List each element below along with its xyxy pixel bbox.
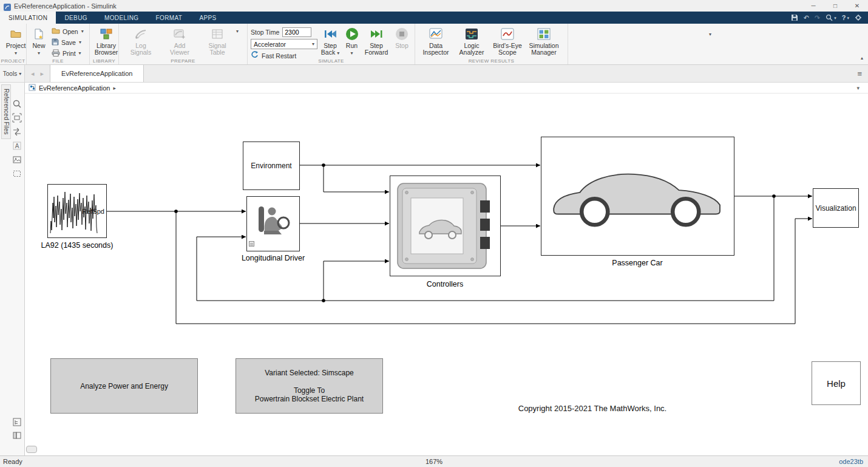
copyright-text: Copyright 2015-2021 The MathWorks, Inc. — [450, 404, 735, 413]
image-icon[interactable] — [12, 154, 22, 165]
signal-table-label: Signal Table — [204, 43, 231, 56]
annotation-icon[interactable]: A — [12, 140, 22, 151]
compare-icon[interactable] — [12, 126, 22, 137]
referenced-files-tab[interactable]: Referenced Files — [1, 84, 11, 139]
add-viewer-icon — [174, 27, 186, 41]
hide-show-explorer-icon[interactable] — [12, 430, 22, 441]
save-floppy-icon — [52, 38, 59, 47]
simulation-manager-button[interactable]: Simulation Manager — [526, 26, 561, 56]
car-image — [547, 153, 729, 239]
print-button[interactable]: Print ▾ — [50, 48, 85, 58]
open-button[interactable]: Open ▾ — [50, 26, 85, 36]
variant-toggle-button[interactable]: Variant Selected: Simscape Toggle To Pow… — [236, 358, 383, 414]
stop-button[interactable]: Stop — [392, 26, 412, 50]
controllers-block[interactable] — [390, 176, 501, 276]
hide-explorer-bar-button[interactable] — [26, 446, 37, 453]
save-caret-icon: ▾ — [79, 39, 81, 45]
environment-label: Environment — [251, 162, 291, 170]
open-caret-icon: ▾ — [81, 29, 84, 34]
breadcrumb-dropdown-icon[interactable]: ▾ — [856, 85, 864, 91]
stop-icon — [395, 27, 409, 41]
add-viewer-button[interactable]: Add Viewer — [161, 26, 198, 56]
collapse-toolstrip-button[interactable]: ▴ — [861, 55, 863, 61]
open-folder-icon — [52, 27, 60, 35]
run-button[interactable]: Run ▾ — [343, 26, 361, 57]
library-browser-icon — [100, 27, 112, 41]
mode-caret-icon: ▾ — [312, 41, 314, 47]
visualization-label: Visualization — [815, 204, 856, 213]
tab-debug[interactable]: DEBUG — [56, 12, 96, 24]
close-button[interactable]: ✕ — [846, 0, 868, 12]
section-file: New ▾ Open ▾ Save ▾ Print ▾ — [27, 24, 90, 64]
block-badge-icon — [249, 238, 254, 249]
logic-analyzer-label: Logic Analyzer — [456, 43, 487, 56]
area-box-icon[interactable] — [12, 168, 22, 179]
document-tab[interactable]: EvReferenceApplication — [50, 65, 144, 82]
log-signals-button[interactable]: Log Signals — [122, 26, 160, 56]
stop-time-input[interactable] — [282, 27, 311, 37]
minimize-button[interactable]: ─ — [802, 0, 824, 12]
doc-forward-icon[interactable]: ▸ — [41, 70, 44, 78]
save-button[interactable]: Save ▾ — [50, 37, 85, 47]
window-title: EvReferenceApplication - Simulink — [14, 2, 117, 10]
search-icon[interactable]: ▾ — [826, 14, 836, 21]
zoom-icon[interactable] — [12, 98, 22, 109]
logic-analyzer-button[interactable]: Logic Analyzer — [455, 26, 489, 56]
model-canvas[interactable]: RefSpd LA92 (1435 seconds) Environment L… — [25, 94, 868, 455]
help-glyph: ? — [842, 15, 846, 21]
tab-list-menu-icon[interactable]: ≡ — [857, 65, 868, 82]
run-caret-icon: ▾ — [350, 50, 353, 56]
data-inspector-icon — [429, 27, 442, 41]
passenger-car-label: Passenger Car — [595, 259, 680, 267]
simulink-window: EvReferenceApplication - Simulink ─ □ ✕ … — [0, 0, 868, 467]
add-viewer-label: Add Viewer — [166, 43, 193, 56]
signal-table-button[interactable]: Signal Table — [200, 26, 235, 56]
birds-eye-scope-label: Bird's-Eye Scope — [492, 43, 523, 56]
step-back-button[interactable]: Step Back ▾ — [319, 26, 342, 57]
birds-eye-scope-button[interactable]: Bird's-Eye Scope — [490, 26, 525, 56]
doc-back-icon[interactable]: ◂ — [31, 70, 35, 78]
passenger-car-block[interactable] — [541, 137, 734, 256]
fit-to-view-icon[interactable] — [12, 112, 22, 123]
status-text: Ready — [3, 458, 22, 465]
tools-panel-header[interactable]: Tools ▾ — [0, 65, 25, 82]
model-browser-icon[interactable] — [12, 417, 22, 428]
help-button[interactable]: Help — [812, 361, 861, 405]
maximize-button[interactable]: □ — [824, 0, 846, 12]
settings-icon[interactable] — [855, 14, 862, 21]
library-browser-button[interactable]: Library Browser — [93, 26, 120, 56]
new-label: New — [32, 42, 45, 49]
step-forward-button[interactable]: Step Forward — [362, 26, 391, 56]
toolstrip-overflow-button[interactable]: ▾ — [709, 32, 711, 37]
section-prepare: Log Signals Add Viewer Signal Table ▾ PR… — [119, 24, 248, 64]
zoom-level: 167% — [426, 458, 442, 465]
drive-cycle-block[interactable]: RefSpd — [47, 184, 107, 238]
data-inspector-button[interactable]: Data Inspector — [418, 26, 453, 56]
longitudinal-driver-block[interactable] — [246, 196, 300, 251]
new-file-icon — [35, 27, 43, 41]
tab-apps[interactable]: APPS — [191, 12, 225, 24]
section-label-prepare: PREPARE — [119, 58, 247, 64]
save-icon[interactable] — [791, 14, 798, 21]
analyze-power-energy-button[interactable]: Analyze Power and Energy — [50, 358, 198, 414]
environment-block[interactable]: Environment — [243, 141, 300, 190]
breadcrumb-model-name[interactable]: EvReferenceApplication — [39, 84, 110, 92]
help-icon[interactable]: ? ▾ — [842, 15, 849, 21]
redo-icon[interactable]: ↷ — [815, 15, 820, 21]
breadcrumb-arrow-icon: ▸ — [113, 85, 116, 91]
tab-modeling[interactable]: MODELING — [96, 12, 147, 24]
project-button[interactable]: Project ▾ — [3, 26, 29, 57]
help-label: Help — [827, 378, 846, 389]
new-button[interactable]: New ▾ — [30, 26, 48, 57]
tab-simulation[interactable]: SIMULATION — [0, 12, 56, 24]
log-signals-label: Log Signals — [127, 43, 154, 56]
print-label: Print — [63, 50, 76, 57]
tools-caret-icon: ▾ — [19, 71, 21, 77]
step-back-icon — [324, 27, 337, 41]
solver-link[interactable]: ode23tb — [839, 458, 863, 465]
visualization-block[interactable]: Visualization — [813, 188, 859, 228]
tab-format[interactable]: FORMAT — [147, 12, 191, 24]
prepare-gallery-caret-icon[interactable]: ▾ — [236, 29, 239, 34]
undo-icon[interactable]: ↶ — [804, 15, 809, 21]
simulation-mode-select[interactable]: Accelerator ▾ — [251, 39, 317, 49]
